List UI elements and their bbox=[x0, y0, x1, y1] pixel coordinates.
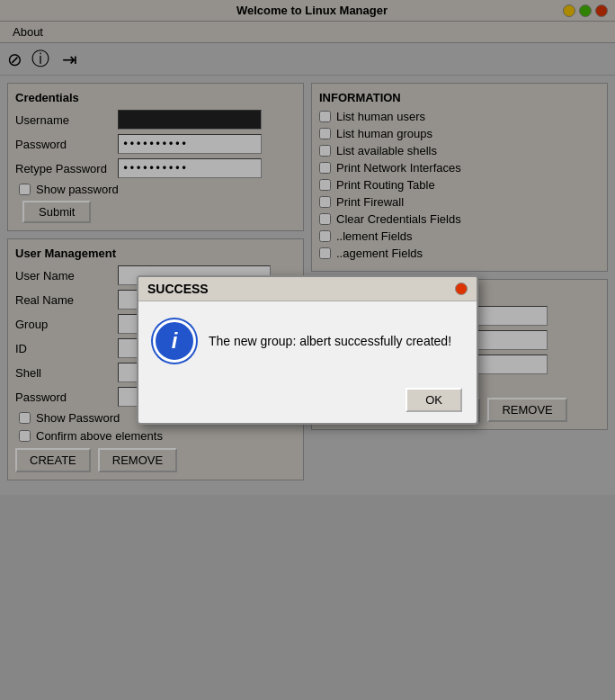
modal-ok-button[interactable]: OK bbox=[406, 388, 462, 412]
modal-overlay: SUCCESS i The new group: albert successf… bbox=[0, 0, 615, 700]
modal-title: SUCCESS bbox=[147, 282, 209, 296]
modal-info-icon: i bbox=[153, 319, 196, 363]
modal-title-bar: SUCCESS bbox=[138, 277, 477, 301]
modal-close-button[interactable] bbox=[455, 283, 468, 295]
modal-body: i The new group: albert successfully cre… bbox=[138, 301, 477, 381]
success-modal: SUCCESS i The new group: albert successf… bbox=[137, 275, 478, 425]
modal-footer: OK bbox=[138, 381, 477, 423]
modal-message: The new group: albert successfully creat… bbox=[209, 334, 451, 348]
